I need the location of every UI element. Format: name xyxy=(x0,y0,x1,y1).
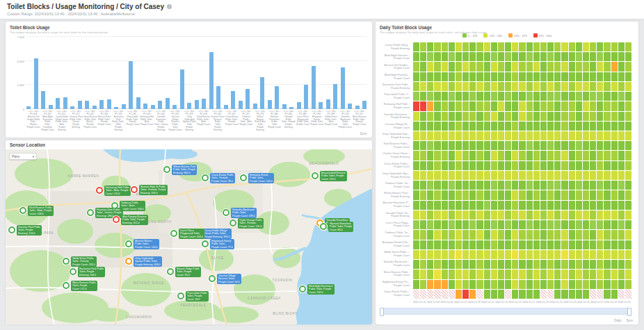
heatmap-cell[interactable] xyxy=(625,112,631,121)
heatmap-cell[interactable] xyxy=(505,270,511,279)
heatmap-cell[interactable] xyxy=(569,112,575,121)
heatmap-cell[interactable] xyxy=(569,171,575,180)
heatmap-cell[interactable] xyxy=(590,250,596,259)
heatmap-cell[interactable] xyxy=(547,82,554,91)
heatmap-cell[interactable] xyxy=(618,240,625,249)
heatmap-cell[interactable] xyxy=(576,92,582,101)
heatmap-cell[interactable] xyxy=(583,92,589,101)
heatmap-cell[interactable] xyxy=(547,190,554,199)
heatmap-cell[interactable] xyxy=(611,122,618,131)
heatmap-cell[interactable] xyxy=(456,211,462,220)
heatmap-cell[interactable] xyxy=(462,190,469,199)
heatmap-cell[interactable] xyxy=(533,161,540,170)
heatmap-cell[interactable] xyxy=(526,161,533,170)
map-canvas[interactable]: BEACONSFIELDNARRE WARRENBERWICKHAMPTON P… xyxy=(6,149,372,324)
heatmap-cell[interactable] xyxy=(554,62,561,71)
heatmap-cell[interactable] xyxy=(469,52,476,61)
heatmap-cell[interactable] xyxy=(561,131,567,140)
heatmap-cell[interactable] xyxy=(590,161,596,170)
heatmap-cell[interactable] xyxy=(413,101,419,110)
heatmap-cell[interactable] xyxy=(590,141,596,150)
heatmap-cell[interactable] xyxy=(561,112,567,121)
sensor-marker-label[interactable]: Junction VillageReserve Toilet,People Co… xyxy=(217,274,241,284)
heatmap-cell[interactable] xyxy=(505,250,511,259)
heatmap-cell[interactable] xyxy=(476,260,483,269)
heatmap-cell[interactable] xyxy=(456,141,462,150)
heatmap-cell[interactable] xyxy=(476,92,483,101)
heatmap-cell[interactable] xyxy=(434,42,440,51)
heatmap-cell[interactable] xyxy=(618,201,625,210)
sensor-pin-icon[interactable] xyxy=(113,216,120,223)
heatmap-cell[interactable] xyxy=(427,250,433,259)
heatmap-cell[interactable] xyxy=(456,82,462,91)
heatmap-cell[interactable] xyxy=(456,230,462,239)
heatmap-cell[interactable] xyxy=(476,52,483,61)
heatmap-cell[interactable] xyxy=(491,280,497,289)
sensor-marker[interactable]: Beaconsfield ReservePublic Toilet, Peopl… xyxy=(312,172,347,181)
heatmap-cell[interactable] xyxy=(462,42,469,51)
heatmap-cell[interactable] xyxy=(491,92,497,101)
heatmap-cell[interactable] xyxy=(583,101,589,110)
heatmap-cell[interactable] xyxy=(569,201,575,210)
heatmap-cell[interactable] xyxy=(526,131,533,140)
heatmap-cell[interactable] xyxy=(597,270,603,279)
heatmap-cell[interactable] xyxy=(449,280,455,289)
heatmap-cell[interactable] xyxy=(625,62,631,71)
heatmap-cell[interactable] xyxy=(442,171,448,180)
slider-handle-right[interactable] xyxy=(627,308,631,316)
heatmap-cell[interactable] xyxy=(469,211,476,220)
heatmap-cell[interactable] xyxy=(533,42,540,51)
heatmap-cell[interactable] xyxy=(456,122,462,131)
heatmap-cell[interactable] xyxy=(434,290,440,299)
heatmap-cell[interactable] xyxy=(533,141,540,150)
heatmap-cell[interactable] xyxy=(462,250,469,259)
heatmap-cell[interactable] xyxy=(540,201,547,210)
heatmap-cell[interactable] xyxy=(533,122,540,131)
heatmap-cell[interactable] xyxy=(583,62,589,71)
usage-bar[interactable] xyxy=(107,99,111,109)
heatmap-cell[interactable] xyxy=(484,290,490,299)
heatmap-cell[interactable] xyxy=(462,122,469,131)
heatmap-cell[interactable] xyxy=(442,122,448,131)
heatmap-cell[interactable] xyxy=(554,230,561,239)
heatmap-cell[interactable] xyxy=(618,280,625,289)
heatmap-cell[interactable] xyxy=(427,290,433,299)
heatmap-cell[interactable] xyxy=(611,161,618,170)
heatmap-cell[interactable] xyxy=(462,82,469,91)
heatmap-cell[interactable] xyxy=(434,82,440,91)
heatmap-cell[interactable] xyxy=(413,72,419,81)
heatmap-cell[interactable] xyxy=(491,201,497,210)
heatmap-cell[interactable] xyxy=(449,181,455,190)
heatmap-cell[interactable] xyxy=(533,280,540,289)
heatmap-cell[interactable] xyxy=(526,280,533,289)
heatmap-cell[interactable] xyxy=(597,230,603,239)
heatmap-cell[interactable] xyxy=(569,270,575,279)
heatmap-cell[interactable] xyxy=(512,190,518,199)
heatmap-cell[interactable] xyxy=(469,250,476,259)
heatmap-cell[interactable] xyxy=(526,201,533,210)
heatmap-cell[interactable] xyxy=(434,260,440,269)
heatmap-cell[interactable] xyxy=(462,131,469,140)
heatmap-cell[interactable] xyxy=(505,161,511,170)
heatmap-cell[interactable] xyxy=(618,52,625,61)
heatmap-cell[interactable] xyxy=(597,82,603,91)
heatmap-cell[interactable] xyxy=(547,52,554,61)
heatmap-cell[interactable] xyxy=(533,260,540,269)
heatmap-cell[interactable] xyxy=(561,141,567,150)
heatmap-cell[interactable] xyxy=(561,151,567,160)
heatmap-cell[interactable] xyxy=(554,101,561,110)
heatmap-cell[interactable] xyxy=(476,101,483,110)
heatmap-cell[interactable] xyxy=(590,82,596,91)
heatmap-cell[interactable] xyxy=(561,201,567,210)
heatmap-cell[interactable] xyxy=(618,270,625,279)
heatmap-cell[interactable] xyxy=(476,72,483,81)
heatmap-cell[interactable] xyxy=(625,260,631,269)
heatmap-cell[interactable] xyxy=(554,122,561,131)
heatmap-cell[interactable] xyxy=(505,240,511,249)
heatmap-cell[interactable] xyxy=(434,122,440,131)
heatmap-cell[interactable] xyxy=(505,82,511,91)
heatmap-cell[interactable] xyxy=(576,42,582,51)
heatmap-cell[interactable] xyxy=(505,92,511,101)
heatmap-cell[interactable] xyxy=(476,122,483,131)
sensor-marker-label[interactable]: Blind Bight ForeshorePublic Toilet, Peop… xyxy=(307,284,335,295)
